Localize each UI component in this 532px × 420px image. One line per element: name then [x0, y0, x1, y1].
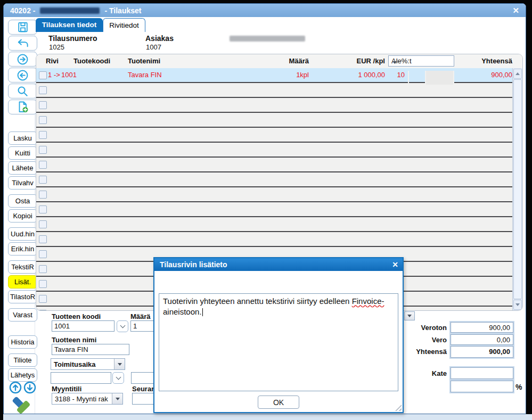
sidebar-button-tilvahv[interactable]: Tilvahv [8, 176, 37, 190]
search-button[interactable] [8, 84, 37, 98]
row-checkbox[interactable] [39, 205, 47, 213]
sidebar-button-tiliote[interactable]: Tiliote [8, 353, 37, 367]
redacted-company-name [40, 7, 100, 14]
resize-grip[interactable] [395, 405, 402, 411]
sidebar-button-historia[interactable]: Historia [8, 335, 37, 349]
scroll-up-button[interactable] [513, 69, 522, 79]
save-button[interactable] [8, 20, 37, 35]
sidebar-button-tilastor[interactable]: TilastoR [8, 290, 37, 303]
tuotteen-nimi-input[interactable]: Tavara FIN [52, 344, 129, 355]
dialog-title: Tilausrivin lisätieto [160, 260, 227, 269]
vero-field: 0,00 [451, 334, 513, 345]
table-row-empty[interactable] [36, 202, 522, 217]
row-checkbox[interactable] [39, 71, 47, 79]
window-title-prefix: 40202 - [10, 6, 35, 15]
scrollbar-thumb[interactable] [513, 79, 522, 299]
row-checkbox[interactable] [39, 86, 47, 94]
myyntitili-dropdown-button[interactable] [112, 393, 122, 404]
table-row-empty[interactable] [36, 113, 522, 128]
window-titlebar: 40202 - - Tilaukset ✕ [4, 4, 526, 17]
row-checkbox[interactable] [39, 116, 47, 124]
table-row-empty[interactable] [36, 143, 522, 158]
row-checkbox[interactable] [39, 191, 47, 199]
toimitusaika-combobox[interactable]: Toimitusaika [51, 358, 125, 370]
row-checkbox[interactable] [39, 250, 47, 258]
row-checkbox[interactable] [39, 220, 47, 228]
scroll-down-button[interactable] [513, 300, 522, 310]
row-checkbox[interactable] [39, 176, 47, 184]
sidebar-button-lähete[interactable]: Lähete [8, 161, 37, 175]
toimitusaika-date-input[interactable] [51, 372, 111, 384]
chevron-down-icon [407, 315, 412, 317]
ale-filter-combobox[interactable]: Ale%:t [388, 55, 454, 67]
sidebar-button-tekstir[interactable]: TekstiR [8, 260, 37, 274]
search-icon [17, 85, 29, 97]
row-checkbox[interactable] [39, 235, 47, 243]
move-up-button[interactable] [9, 381, 22, 394]
asiakas-label: Asiakas [145, 34, 174, 43]
row-checkbox[interactable] [39, 146, 47, 154]
sidebar-button-erikhin[interactable]: Erik.hin [8, 242, 37, 256]
table-row-empty[interactable] [36, 232, 522, 247]
row-checkbox[interactable] [39, 310, 47, 310]
toimitusaika-date-dropdown-button[interactable] [112, 372, 124, 384]
tuotteen-koodi-input[interactable]: 1001 [52, 320, 114, 332]
new-row-button[interactable] [8, 100, 37, 114]
header-eur-kpl: EUR /kpl [342, 57, 385, 65]
move-down-button[interactable] [23, 381, 36, 394]
hidden-combobox-arrow[interactable] [404, 311, 415, 320]
kate-field[interactable] [451, 367, 513, 379]
row-checkbox[interactable] [39, 295, 47, 303]
myyntitili-combobox[interactable]: 3188 - Myynti rak [52, 393, 123, 405]
header-tuotenimi: Tuotenimi [128, 57, 160, 65]
row-checkbox[interactable] [39, 101, 47, 109]
sidebar-button-lähetys[interactable]: Lähetys [8, 368, 37, 382]
cell-maara: 1kpl [266, 71, 309, 79]
dialog-text-before: Tuoterivin yhteyteen annettu tekstirivi … [163, 297, 352, 306]
cell-ale: 10 [373, 71, 405, 79]
text-caret [202, 308, 203, 316]
new-document-icon [17, 101, 29, 113]
header-rivi: Rivi [46, 57, 59, 65]
ok-button[interactable]: OK [258, 396, 299, 409]
undo-button[interactable] [8, 36, 37, 51]
table-vertical-scrollbar[interactable] [512, 68, 522, 310]
tab-rivitiedot[interactable]: Rivitiedot [103, 18, 145, 32]
row-checkbox[interactable] [39, 280, 47, 288]
ale-filter-value: Ale%:t [389, 56, 454, 66]
forward-button[interactable] [8, 52, 37, 67]
hidden-dropdown-button[interactable] [405, 312, 414, 320]
table-row-empty[interactable] [36, 172, 522, 187]
tuotteen-nimi-label: Tuotteen nimi [52, 336, 96, 344]
sidebar-button-kopioi[interactable]: Kopioi [8, 209, 37, 223]
row-checkbox[interactable] [39, 265, 47, 273]
table-row-empty[interactable] [36, 158, 522, 172]
sidebar-button-lasku[interactable]: Lasku [8, 131, 37, 145]
table-row-empty[interactable] [36, 98, 522, 113]
table-row-empty[interactable] [36, 187, 522, 202]
table-row-empty[interactable] [36, 128, 522, 143]
sidebar-button-varast[interactable]: Varast [8, 308, 37, 322]
row-checkbox[interactable] [39, 131, 47, 139]
lisatieto-textarea[interactable]: Tuoterivin yhteyteen annettu tekstirivi … [159, 293, 398, 391]
sidebar-button-osta[interactable]: Osta [8, 194, 37, 208]
toimitusaika-dropdown-button[interactable] [114, 359, 125, 369]
sidebar-button-uudhin[interactable]: Uud.hin [8, 227, 37, 241]
back-button[interactable] [8, 68, 37, 83]
sidebar-button-lisät[interactable]: Lisät. [8, 275, 37, 289]
cell-rivi: 1 [48, 71, 52, 79]
dialog-close-button[interactable]: ✕ [392, 260, 398, 269]
kate-percent-field[interactable] [451, 381, 513, 392]
chevron-down-icon [392, 61, 397, 64]
table-row-empty[interactable] [36, 83, 522, 98]
row-checkbox[interactable] [39, 161, 47, 169]
tab-tilauksen-tiedot[interactable]: Tilauksen tiedot [36, 18, 103, 32]
window-close-button[interactable]: ✕ [512, 6, 519, 15]
table-row-empty[interactable] [36, 217, 522, 232]
tuotteen-koodi-dropdown-button[interactable] [117, 320, 128, 332]
dialog-text-misspelled: Finvoice- [352, 297, 384, 306]
table-row-selected[interactable]: 1 -> 1001 Tavara FIN 1kpl 1 000,00 10 90… [36, 68, 522, 83]
sidebar-button-kuitti[interactable]: Kuitti [8, 146, 37, 160]
header-yhteensa: Yhteensä [459, 57, 512, 65]
myyntitili-value: 3188 - Myynti rak [52, 393, 112, 404]
